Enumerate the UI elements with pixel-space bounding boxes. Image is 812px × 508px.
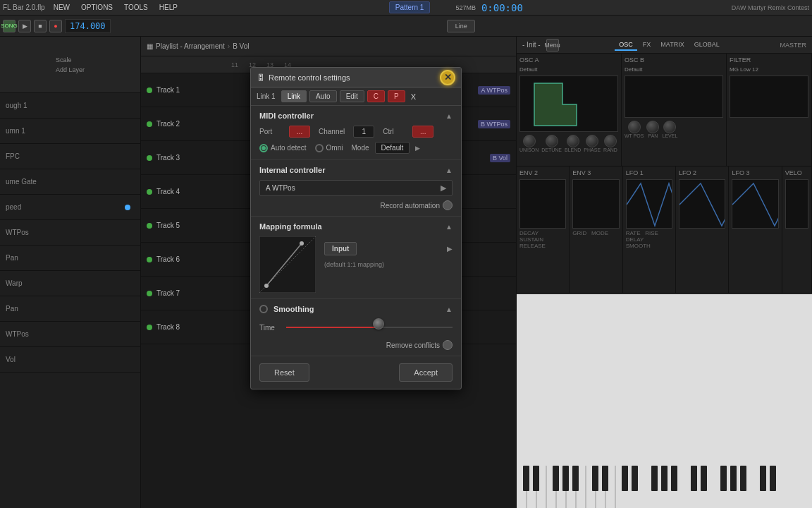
omni-radio[interactable]: Omni [315,144,343,152]
remote-control-icon: 🎛 [257,73,264,82]
remote-control-dialog: 🎛 Remote control settings ✕ Link 1 Link … [250,67,462,389]
slider-fill [286,327,378,328]
dialog-buttons: Reset Accept [251,356,461,389]
mode-label: Mode [352,144,369,152]
tab-close-x[interactable]: X [408,92,419,102]
mapping-section-title: Mapping formula [259,222,322,231]
mode-row: Mode Default ▶ [352,142,421,154]
midi-port-row: Port ... Channel 1 Ctrl ... [259,126,453,138]
midi-controller-section: MIDI controller ▲ Port ... Channel 1 Ctr… [251,106,461,160]
mode-value[interactable]: Default [375,142,410,154]
accept-button[interactable]: Accept [399,363,453,382]
tab-edit[interactable]: Edit [340,90,364,102]
slider-thumb[interactable] [373,318,384,329]
smoothing-collapse-btn[interactable]: ▲ [445,306,453,313]
channel-label: Channel [319,128,345,135]
time-row: Time [259,319,453,336]
internal-controller-selector[interactable]: A WTPos ▶ [259,180,453,196]
auto-detect-radio-btn[interactable] [259,144,268,152]
auto-detect-dot [262,146,266,150]
midi-section-title: MIDI controller [259,111,314,120]
midi-collapse-btn[interactable]: ▲ [445,112,453,120]
mapping-formula-section: Mapping formula ▲ Input ▶ [251,217,461,299]
auto-detect-radio[interactable]: Auto detect [259,144,307,152]
svg-point-34 [264,284,269,288]
dialog-title-text: Remote control settings [269,73,350,82]
port-label: Port [259,128,281,135]
tab-p[interactable]: P [388,90,405,102]
ctrl-label: Ctrl [383,128,404,135]
mapping-content: Input ▶ (default 1:1 mapping) [259,236,453,293]
dialog-close-button[interactable]: ✕ [440,70,455,85]
remove-conflicts-label: Remove conflicts [386,341,440,349]
mapping-collapse-btn[interactable]: ▲ [445,223,453,231]
smoothing-left: Smoothing [259,305,314,313]
mapping-svg [259,236,316,293]
internal-collapse-btn[interactable]: ▲ [445,167,453,174]
tab-link[interactable]: Link [281,90,307,102]
smoothing-header: Smoothing ▲ [259,305,453,313]
mapping-right: Input ▶ (default 1:1 mapping) [324,236,453,268]
internal-section-header: Internal controller ▲ [259,166,453,174]
dialog-tabs: Link 1 Link Auto Edit C P X [251,87,461,106]
dialog-overlay: 🎛 Remote control settings ✕ Link 1 Link … [0,0,812,508]
mapping-canvas [259,236,316,293]
omni-radio-btn[interactable] [315,144,324,152]
reset-button[interactable]: Reset [259,363,309,382]
channel-value[interactable]: 1 [353,126,374,138]
slider-track [286,327,453,328]
auto-detect-label: Auto detect [271,144,307,152]
midi-mode-row: Auto detect Omni Mode Default ▶ [259,142,453,154]
dialog-title-area: 🎛 Remote control settings [257,73,350,82]
dialog-titlebar: 🎛 Remote control settings ✕ [251,68,461,87]
record-automation-row: Record automation [259,200,453,210]
ctrl-value[interactable]: ... [412,126,433,138]
omni-label: Omni [326,144,343,152]
smoothing-slider[interactable] [286,322,453,333]
internal-controller-section: Internal controller ▲ A WTPos ▶ Record a… [251,160,461,217]
tab-c[interactable]: C [367,90,385,102]
input-btn[interactable]: Input [324,242,357,255]
link-label: Link 1 [257,92,276,100]
svg-point-35 [300,241,304,246]
smoothing-section: Smoothing ▲ Time Remove conflicts [251,299,461,356]
smoothing-title: Smoothing [273,305,314,313]
midi-section-header: MIDI controller ▲ [259,111,453,120]
default-mapping-text: (default 1:1 mapping) [324,261,453,268]
time-label: Time [259,324,281,332]
mapping-section-header: Mapping formula ▲ [259,222,453,231]
mode-arrow: ▶ [415,145,420,152]
internal-value-text: A WTPos [266,184,295,192]
remove-conflicts-toggle[interactable] [443,340,453,350]
port-value[interactable]: ... [289,126,310,138]
internal-section-title: Internal controller [259,166,326,174]
tab-auto[interactable]: Auto [309,90,337,102]
smoothing-radio-btn[interactable] [259,305,268,313]
internal-arrow-icon: ▶ [441,183,446,193]
input-arrow-icon: ▶ [447,245,453,253]
record-automation-label: Record automation [381,202,441,210]
input-row: Input ▶ [324,239,453,258]
remove-conflicts-row: Remove conflicts [259,340,453,350]
record-automation-toggle[interactable] [443,200,453,210]
